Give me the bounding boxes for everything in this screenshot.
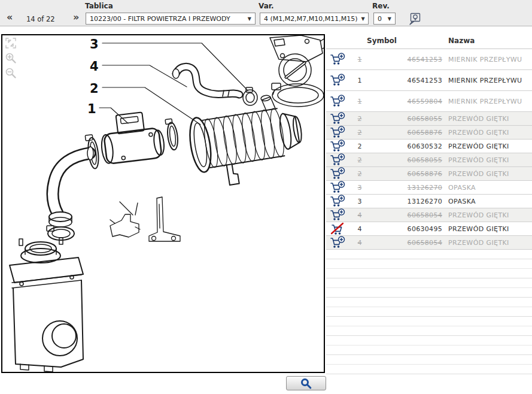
row-ref: 2 [352, 143, 367, 150]
table-row: 260658876PRZEWÓD GIĘTKI [326, 167, 532, 181]
row-name: PRZEWÓD GIĘTKI [448, 170, 509, 178]
row-ref: 4 [352, 211, 367, 219]
empty-row [326, 317, 532, 326]
empty-row [326, 259, 532, 269]
callout-leader-lines [99, 43, 248, 125]
cart-add-icon[interactable] [326, 236, 352, 249]
table-row: 313126270OPASKA [326, 195, 532, 208]
empty-row [326, 326, 532, 336]
table-row: 460658054PRZEWÓD GIĘTKI [326, 208, 532, 222]
table-row: 313126270OPASKA [326, 181, 532, 195]
row-ref: 1 [352, 98, 367, 105]
row-symbol: 13126270 [367, 184, 442, 192]
table-column-label: Tablica [85, 2, 113, 10]
empty-row [326, 336, 532, 345]
row-symbol: 60630532 [367, 143, 442, 150]
revision-column-label: Rev. [372, 2, 390, 10]
callout-label-1: 1 [87, 102, 96, 116]
row-symbol: 46541253 [367, 56, 442, 63]
air-filter-box-drawing [10, 238, 83, 372]
table-row: 260658055PRZEWÓD GIĘTKI [326, 153, 532, 167]
row-ref: 2 [352, 156, 367, 164]
row-symbol: 60658055 [367, 115, 442, 123]
band-clamp-drawing [272, 83, 324, 107]
parts-catalog-app: Tablica Var. Rev. « 14 of 22 » 10223/00 … [0, 0, 532, 394]
next-page-button[interactable]: » [73, 12, 79, 23]
toolbar: Tablica Var. Rev. « 14 of 22 » 10223/00 … [0, 0, 532, 26]
search-button[interactable] [286, 376, 326, 390]
legend-hint-button[interactable] [408, 13, 421, 26]
row-symbol: 60630495 [367, 225, 442, 233]
variant-select-value: 4 (M1,M2,M7,M10,M11,M15) [264, 15, 358, 23]
cart-blocked-icon[interactable] [326, 222, 352, 235]
row-ref: 2 [352, 129, 367, 137]
row-ref: 3 [352, 184, 367, 192]
row-name: PRZEWÓD GIĘTKI [448, 239, 509, 247]
row-name: MIERNIK PRZEPŁYWU [448, 56, 522, 63]
empty-row [326, 307, 532, 317]
empty-row [326, 288, 532, 298]
cart-add-icon[interactable] [326, 181, 352, 194]
small-clamp-drawing [243, 87, 257, 105]
cart-add-icon[interactable] [326, 167, 352, 180]
revision-select-value: 0 [378, 15, 382, 23]
empty-row [326, 250, 532, 259]
callout-label-4: 4 [90, 59, 99, 74]
row-ref: 2 [352, 115, 367, 123]
column-header-symbol: Symbol [367, 37, 397, 45]
cart-add-icon[interactable] [326, 95, 352, 108]
row-name: PRZEWÓD GIĘTKI [448, 211, 509, 219]
row-name: OPASKA [448, 184, 476, 192]
row-ref: 1 [352, 77, 367, 84]
zoom-in-button[interactable] [5, 52, 17, 64]
magnifier-icon [300, 378, 312, 389]
prev-page-button[interactable]: « [7, 12, 13, 23]
cart-add-icon[interactable] [326, 126, 352, 139]
row-symbol: 60658876 [367, 170, 442, 178]
table-select-value: 10223/00 - FILTR POWIETRZA I PRZEWODY [90, 15, 230, 23]
cart-add-icon[interactable] [326, 112, 352, 125]
lightbulb-icon [408, 13, 421, 26]
cart-add-icon[interactable] [326, 74, 352, 87]
parts-rows: 146541253MIERNIK PRZEPŁYWU146541253MIERN… [326, 49, 532, 374]
parts-table-header: Symbol Nazwa [326, 34, 532, 49]
variant-select[interactable]: 4 (M1,M2,M7,M10,M11,M15) ▼ [260, 13, 369, 25]
table-select[interactable]: 10223/00 - FILTR POWIETRZA I PRZEWODY ▼ [86, 13, 256, 25]
diagram-panel: 3 4 2 1 [1, 34, 325, 373]
row-name: OPASKA [448, 198, 476, 205]
fit-screen-button[interactable] [5, 37, 17, 49]
row-name: PRZEWÓD GIĘTKI [448, 129, 509, 137]
row-symbol: 60658876 [367, 129, 442, 137]
cart-add-icon[interactable] [326, 208, 352, 222]
bracket-drawing [110, 197, 180, 241]
row-ref: 3 [352, 198, 367, 205]
diagram-tools [5, 37, 17, 79]
row-ref: 4 [352, 225, 367, 233]
page-indicator: 14 of 22 [26, 15, 55, 23]
zoom-out-button[interactable] [5, 67, 17, 79]
throttle-body-drawing [270, 35, 324, 86]
row-symbol: 46541253 [367, 77, 442, 84]
callout-label-2: 2 [90, 81, 99, 96]
row-name: MIERNIK PRZEPŁYWU [448, 77, 522, 84]
row-name: PRZEWÓD GIĘTKI [448, 225, 509, 233]
elbow-pipe-drawing [47, 147, 93, 240]
row-name: PRZEWÓD GIĘTKI [448, 115, 509, 123]
cart-add-icon[interactable] [326, 195, 352, 208]
cart-add-icon[interactable] [326, 53, 352, 66]
row-symbol: 60658054 [367, 211, 442, 219]
row-symbol: 60658055 [367, 156, 442, 164]
cart-add-icon[interactable] [326, 153, 352, 166]
revision-select[interactable]: 0 ▼ [373, 13, 396, 25]
table-row: 260658876PRZEWÓD GIĘTKI [326, 126, 532, 140]
chevron-down-icon: ▼ [248, 16, 251, 22]
cart-add-icon[interactable] [326, 140, 352, 153]
variant-column-label: Var. [259, 2, 274, 10]
row-ref: 1 [352, 56, 367, 63]
row-symbol: 60658054 [367, 239, 442, 247]
empty-row [326, 345, 532, 355]
row-name: PRZEWÓD GIĘTKI [448, 156, 509, 164]
column-header-nazwa: Nazwa [448, 37, 475, 45]
row-ref: 2 [352, 170, 367, 178]
table-row: 460658054PRZEWÓD GIĘTKI [326, 236, 532, 250]
